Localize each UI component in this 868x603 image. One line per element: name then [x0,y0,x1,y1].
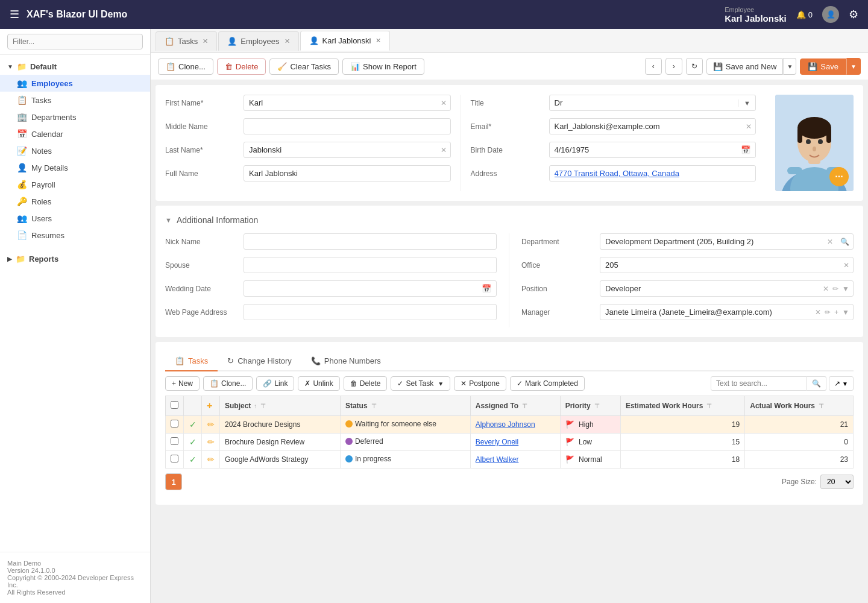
page-1-button[interactable]: 1 [165,473,182,490]
birth-date-input[interactable] [550,142,737,157]
complete-icon-1[interactable]: ✓ [189,437,197,447]
wedding-date-input[interactable] [244,281,477,296]
subject-filter-icon[interactable]: ⊤ [260,403,266,409]
sidebar-item-employees[interactable]: 👥 Employees [0,75,150,92]
col-header-assigned[interactable]: Assigned To ⊤ [470,396,560,416]
email-clear-icon[interactable]: ✕ [742,122,755,131]
position-input[interactable] [600,281,819,296]
full-name-input[interactable] [244,165,451,182]
email-input[interactable] [550,119,743,134]
office-clear-icon[interactable]: ✕ [840,261,853,270]
section-chevron-icon[interactable]: ▼ [165,216,172,224]
sidebar-item-my-details[interactable]: 👤 My Details [0,159,150,176]
department-search-icon[interactable]: 🔍 [837,238,853,246]
clone-button[interactable]: 📋 Clone... [158,58,213,75]
position-dropdown-icon[interactable]: ▼ [841,283,851,294]
col-header-priority[interactable]: Priority ⊤ [560,396,620,416]
gear-icon[interactable]: ⚙ [849,8,858,21]
complete-icon-0[interactable]: ✓ [189,420,197,429]
middle-name-input[interactable] [244,118,451,134]
first-name-clear-icon[interactable]: ✕ [437,99,450,107]
save-new-dropdown-button[interactable]: ▼ [783,58,796,75]
col-header-edit[interactable]: + [202,396,220,416]
col-header-actual-hours[interactable]: Actual Work Hours ⊤ [745,396,854,416]
tasks-tab-close[interactable]: ✕ [203,37,208,45]
nick-name-input[interactable] [244,233,497,250]
sidebar-item-tasks[interactable]: 📋 Tasks [0,92,150,109]
row-checkbox-0[interactable] [171,420,178,428]
title-input[interactable] [550,95,739,110]
last-name-input[interactable] [244,142,437,157]
address-input[interactable] [549,165,756,182]
sidebar-item-payroll[interactable]: 💰 Payroll [0,176,150,193]
manager-edit-icon[interactable]: ✏ [823,307,832,318]
user-avatar[interactable]: 👤 [822,6,839,23]
row-edit-cell-0[interactable]: ✏ [202,416,220,434]
wedding-date-calendar-icon[interactable]: 📅 [477,284,496,293]
prev-button[interactable]: ‹ [645,58,662,75]
position-edit-icon[interactable]: ✏ [831,283,840,294]
tab-change-history[interactable]: ↻ Change History [218,352,301,371]
filter-input[interactable] [7,34,143,49]
tab-employees[interactable]: 👤 Employees ✕ [218,31,298,51]
est-hours-filter-icon[interactable]: ⊤ [706,403,712,409]
spouse-input[interactable] [244,257,497,273]
col-header-status[interactable]: Status ⊤ [340,396,470,416]
web-page-input[interactable] [244,304,497,320]
save-new-button[interactable]: 💾 Save and New [706,58,784,75]
department-input[interactable] [600,234,823,249]
delete-button[interactable]: 🗑 Delete [217,58,266,75]
complete-icon-2[interactable]: ✓ [189,455,197,464]
manager-dropdown-icon[interactable]: ▼ [841,307,851,318]
manager-clear-icon[interactable]: ✕ [814,307,822,318]
karl-tab-close[interactable]: ✕ [376,37,381,45]
photo-menu-button[interactable]: ··· [829,167,849,186]
edit-icon-1[interactable]: ✏ [207,437,215,447]
task-mark-completed-button[interactable]: ✓ Mark Completed [510,376,585,391]
clear-tasks-button[interactable]: 🧹 Clear Tasks [269,58,339,75]
show-report-button[interactable]: 📊 Show in Report [342,58,424,75]
select-all-checkbox[interactable] [171,401,178,409]
tab-tasks[interactable]: 📋 Tasks ✕ [156,31,217,51]
assigned-link-2[interactable]: Albert Walker [476,455,519,464]
task-clone-button[interactable]: 📋 Clone... [203,376,253,391]
last-name-clear-icon[interactable]: ✕ [437,146,450,154]
task-link-button[interactable]: 🔗 Link [256,376,294,391]
menu-icon[interactable]: ☰ [10,8,19,21]
priority-filter-icon[interactable]: ⊤ [594,403,600,409]
tab-karl[interactable]: 👤 Karl Jablonski ✕ [300,31,391,51]
sidebar-item-roles[interactable]: 🔑 Roles [0,193,150,210]
row-checkbox-2[interactable] [171,455,178,463]
row-edit-cell-1[interactable]: ✏ [202,434,220,451]
tab-phone-numbers[interactable]: 📞 Phone Numbers [301,352,391,371]
row-complete-cell-1[interactable]: ✓ [184,434,202,451]
edit-icon-0[interactable]: ✏ [207,420,215,429]
save-dropdown-button[interactable]: ▼ [846,58,861,75]
task-set-task-button[interactable]: ✓ Set Task ▼ [391,376,450,391]
task-new-button[interactable]: + New [165,376,200,391]
row-edit-cell-2[interactable]: ✏ [202,451,220,469]
task-postpone-button[interactable]: ✕ Postpone [454,376,506,391]
actual-hours-filter-icon[interactable]: ⊤ [819,403,824,409]
sidebar-item-resumes[interactable]: 📄 Resumes [0,227,150,244]
task-unlink-button[interactable]: ✗ Unlink [298,376,339,391]
first-name-input[interactable] [244,95,437,110]
sidebar-item-departments[interactable]: 🏢 Departments [0,109,150,125]
status-filter-icon[interactable]: ⊤ [371,403,377,409]
refresh-button[interactable]: ↻ [686,58,703,75]
task-delete-button[interactable]: 🗑 Delete [344,376,388,391]
page-size-select[interactable]: 20 50 100 [820,475,854,489]
task-search-input[interactable] [711,376,807,391]
birth-date-calendar-icon[interactable]: 📅 [736,145,755,154]
assigned-link-0[interactable]: Alphonso Johnson [476,420,535,429]
row-checkbox-1[interactable] [171,437,178,445]
sidebar-item-calendar[interactable]: 📅 Calendar [0,125,150,142]
task-search-button[interactable]: 🔍 [807,376,826,391]
sidebar-item-notes[interactable]: 📝 Notes [0,142,150,159]
row-complete-cell-2[interactable]: ✓ [184,451,202,469]
manager-add-icon[interactable]: + [833,307,840,318]
subject-sort-icon[interactable]: ↑ [254,403,257,409]
sidebar-group-reports[interactable]: ▶ 📁 Reports [0,251,150,267]
edit-icon-2[interactable]: ✏ [207,455,215,464]
employees-tab-close[interactable]: ✕ [285,37,290,45]
